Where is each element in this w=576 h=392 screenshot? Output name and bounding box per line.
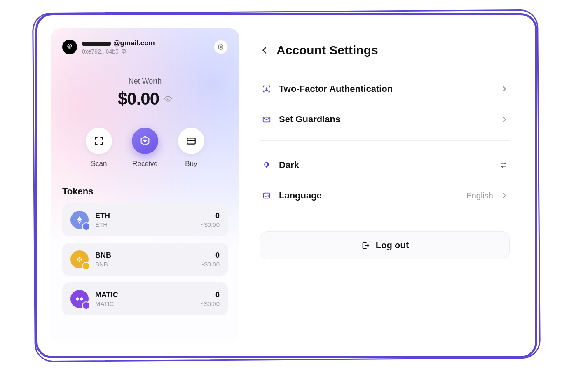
token-usd: ~$0.00	[201, 300, 220, 307]
wallet-address: 0xe792...64b5	[82, 48, 119, 55]
envelope-icon	[262, 115, 271, 124]
scan-icon	[94, 135, 104, 146]
guardians-row[interactable]: Set Guardians	[260, 104, 510, 135]
theme-label: Dark	[279, 160, 492, 170]
token-usd: ~$0.00	[201, 261, 220, 268]
svg-point-4	[167, 98, 169, 100]
settings-panel: Account Settings Two-Factor Authenticati…	[260, 28, 522, 343]
chevron-right-icon	[501, 85, 508, 93]
settings-title: Account Settings	[276, 43, 378, 57]
net-worth-value: $0.00	[118, 89, 159, 109]
wallet-panel: @gmail.com 0xe792...64b5 Net Worth $0.00	[51, 28, 239, 343]
token-balance: 0	[201, 212, 220, 220]
token-name: ETH	[95, 221, 194, 228]
token-balance: 0	[201, 291, 220, 299]
svg-rect-0	[123, 51, 126, 54]
token-row-bnb[interactable]: BNB BNB 0 ~$0.00	[62, 243, 228, 276]
fingerprint-icon	[66, 43, 74, 51]
token-row-matic[interactable]: MATIC MATIC 0 ~$0.00	[62, 282, 228, 315]
scan-action[interactable]: Scan	[86, 128, 112, 168]
divider	[260, 140, 510, 141]
buy-action[interactable]: Buy	[178, 128, 204, 168]
two-factor-label: Two-Factor Authentication	[279, 84, 493, 94]
app-frame: @gmail.com 0xe792...64b5 Net Worth $0.00	[35, 13, 537, 358]
svg-point-3	[220, 46, 221, 47]
theme-icon	[262, 161, 271, 169]
svg-rect-5	[187, 138, 195, 144]
net-worth-label: Net Worth	[62, 77, 228, 86]
chevron-right-icon	[501, 116, 508, 123]
eth-icon	[70, 211, 89, 229]
token-name: BNB	[95, 261, 194, 268]
guardians-label: Set Guardians	[279, 114, 493, 125]
scan-label: Scan	[91, 160, 107, 168]
bnb-icon	[70, 250, 89, 268]
token-row-eth[interactable]: ETH ETH 0 ~$0.00	[62, 203, 228, 236]
redacted-email-prefix	[82, 42, 111, 46]
token-name: MATIC	[95, 300, 194, 307]
receive-label: Receive	[132, 160, 157, 168]
logout-label: Log out	[376, 240, 409, 251]
two-factor-icon	[262, 84, 271, 93]
swap-icon[interactable]	[499, 161, 508, 170]
receive-icon	[139, 135, 151, 147]
two-factor-row[interactable]: Two-Factor Authentication	[260, 74, 510, 104]
language-icon: EN	[262, 191, 271, 200]
svg-point-7	[266, 87, 267, 89]
svg-rect-1	[122, 49, 125, 53]
language-label: Language	[279, 190, 459, 201]
token-list: ETH ETH 0 ~$0.00 BNB BNB	[62, 203, 228, 315]
account-row: @gmail.com 0xe792...64b5	[62, 39, 228, 55]
svg-text:EN: EN	[265, 194, 269, 198]
buy-label: Buy	[185, 160, 197, 168]
token-symbol: ETH	[95, 212, 194, 220]
gear-icon	[217, 43, 225, 51]
avatar[interactable]	[62, 40, 77, 54]
settings-button[interactable]	[214, 40, 228, 54]
account-email-suffix: @gmail.com	[113, 39, 155, 47]
token-balance: 0	[201, 251, 220, 260]
token-usd: ~$0.00	[201, 221, 220, 228]
matic-icon	[70, 290, 89, 308]
card-icon	[186, 135, 197, 146]
net-worth-section: Net Worth $0.00	[62, 77, 228, 109]
copy-icon[interactable]	[121, 49, 127, 55]
language-row[interactable]: EN Language English	[260, 180, 510, 211]
logout-button[interactable]: Log out	[260, 231, 510, 259]
logout-icon	[361, 241, 370, 250]
theme-row[interactable]: Dark	[260, 150, 510, 180]
back-button[interactable]	[260, 46, 269, 55]
token-symbol: MATIC	[95, 291, 194, 299]
visibility-toggle-icon[interactable]	[164, 95, 172, 103]
token-symbol: BNB	[95, 251, 194, 260]
svg-marker-2	[219, 44, 223, 50]
language-value: English	[466, 191, 493, 201]
receive-action[interactable]: Receive	[132, 128, 158, 168]
tokens-heading: Tokens	[62, 186, 228, 197]
chevron-right-icon	[501, 192, 508, 199]
